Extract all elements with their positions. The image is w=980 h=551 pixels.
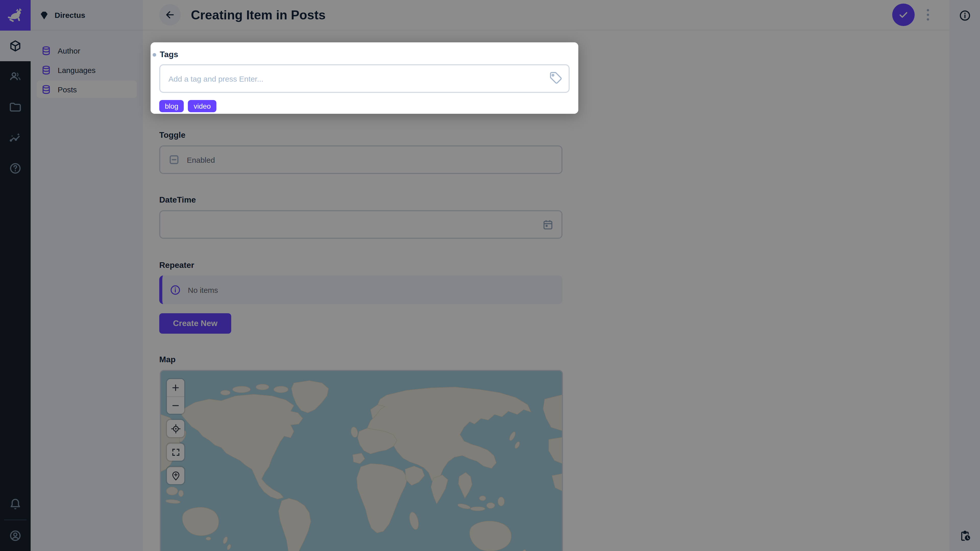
tag-chip-list: blog video: [159, 100, 570, 112]
tag-icon: [549, 71, 563, 85]
tags-input[interactable]: [159, 64, 570, 93]
tag-chip[interactable]: video: [188, 100, 216, 112]
edited-indicator-dot: [153, 53, 156, 56]
tags-field-card: Tags blog video: [151, 42, 578, 114]
tag-chip[interactable]: blog: [159, 100, 184, 112]
tags-field-label: Tags: [160, 49, 178, 60]
